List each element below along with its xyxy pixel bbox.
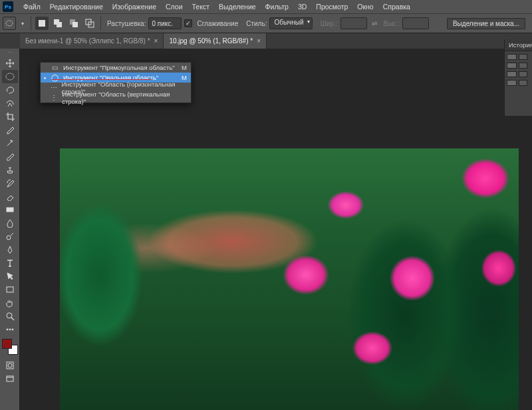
style-label: Стиль: [246,20,267,27]
edit-toolbar[interactable] [2,323,18,336]
rectangle-tool[interactable] [2,283,18,296]
flyout-item-single-column[interactable]: ⋮ Инструмент "Область (вертикальная стро… [41,93,191,102]
document-tab[interactable]: Без имени-1 @ 50% (Эллипс 1, RGB/8) * × [20,33,164,49]
svg-point-15 [12,329,13,330]
menu-layers[interactable]: Слои [161,1,188,12]
menu-select[interactable]: Выделение [214,1,261,12]
document-tab[interactable]: 10.jpg @ 50% (1, RGB/8#) * × [164,33,267,49]
close-icon[interactable]: × [154,37,158,45]
pen-tool[interactable] [2,243,18,256]
selection-mode-intersect-icon[interactable] [83,17,96,30]
feather-input[interactable] [148,17,182,29]
hand-tool[interactable] [2,296,18,309]
svg-rect-9 [7,208,13,212]
flyout-item-rectangular[interactable]: ▭ Инструмент "Прямоугольная область" M [41,63,191,73]
screen-mode-toggle[interactable] [2,372,18,385]
selection-mode-subtract-icon[interactable] [67,17,80,30]
width-label: Шир.: [321,20,338,27]
menu-filter[interactable]: Фильтр [261,1,293,12]
row-marquee-icon: ⋯ [49,84,58,91]
healing-brush-tool[interactable] [2,136,18,150]
column-marquee-icon: ⋮ [50,94,59,101]
document-canvas[interactable] [60,148,519,410]
svg-rect-3 [57,22,62,27]
selection-mode-add-icon[interactable] [51,17,65,30]
foreground-color-swatch[interactable] [2,339,12,349]
quick-select-tool[interactable] [2,97,18,110]
marquee-tool[interactable] [2,70,18,83]
menu-text[interactable]: Текст [188,1,214,12]
eraser-tool[interactable] [2,190,18,203]
divider [100,16,101,31]
link-wh-icon: ⇄ [370,20,379,27]
flyout-label: Инструмент "Область (вертикальная строка… [62,91,184,105]
eyedropper-tool[interactable] [2,123,18,136]
zoom-tool[interactable] [2,309,18,323]
menu-edit[interactable]: Редактирование [45,1,108,12]
history-panel[interactable]: История [504,39,532,116]
width-input [340,17,367,29]
svg-point-17 [8,363,12,367]
svg-rect-1 [39,20,45,27]
height-input [402,17,429,29]
annotation-underline [52,79,152,80]
svg-point-8 [6,73,14,80]
history-entry[interactable] [507,53,530,61]
history-entry[interactable] [507,71,530,78]
history-step-icon [519,80,527,86]
antialias-checkbox[interactable]: ✓ [184,19,192,27]
tool-preset-dropdown[interactable]: ▾ [19,17,27,30]
blur-tool[interactable] [2,216,18,230]
menu-view[interactable]: Просмотр [311,1,352,12]
history-entry[interactable] [507,62,530,69]
flyout-shortcut: M [182,64,187,71]
brush-tool[interactable] [2,150,18,163]
type-tool[interactable] [2,256,18,270]
history-panel-tab[interactable]: История [505,39,532,51]
document-tabs: Без имени-1 @ 50% (Эллипс 1, RGB/8) * × … [0,33,532,49]
selection-mode-new-icon[interactable] [35,17,49,30]
svg-rect-18 [7,376,13,381]
menu-image[interactable]: Изображение [108,1,161,12]
color-swatches[interactable] [2,339,18,355]
history-panel-body [505,51,532,89]
collapse-toggle[interactable]: ⋯ [1,50,19,57]
svg-rect-5 [72,22,78,27]
path-select-tool[interactable] [2,270,18,283]
clone-stamp-tool[interactable] [2,163,18,176]
current-dot: ● [43,76,47,80]
marquee-flyout-menu: ▭ Инструмент "Прямоугольная область" M ●… [40,62,192,103]
svg-point-0 [6,21,13,26]
close-icon[interactable]: × [257,37,261,45]
select-and-mask-button[interactable]: Выделение и маска... [447,18,525,29]
svg-point-13 [7,329,8,330]
menu-help[interactable]: Справка [378,1,415,12]
divider [31,16,31,31]
history-step-icon [519,63,527,69]
menu-file[interactable]: Файл [19,1,45,12]
rect-marquee-icon: ▭ [50,64,60,71]
tool-preset-ellipse[interactable] [3,17,16,30]
menu-3d[interactable]: 3D [293,1,311,12]
tab-label: Без имени-1 @ 50% (Эллипс 1, RGB/8) * [25,37,150,45]
svg-rect-11 [7,287,13,292]
crop-tool[interactable] [2,110,18,123]
style-select[interactable]: Обычный [269,17,312,29]
tab-label: 10.jpg @ 50% (1, RGB/8#) * [169,37,253,45]
canvas-area[interactable]: ▭ Инструмент "Прямоугольная область" M ●… [20,49,532,410]
history-entry[interactable] [507,79,530,87]
app-badge: Ps [3,1,13,12]
svg-point-12 [7,313,12,318]
history-step-icon [519,71,527,77]
dodge-tool[interactable] [2,230,18,243]
history-step-icon [519,54,527,60]
move-tool[interactable] [2,57,18,70]
lasso-tool[interactable] [2,83,18,97]
history-thumb [507,71,517,77]
gradient-tool[interactable] [2,203,18,216]
menu-window[interactable]: Окно [352,1,378,12]
history-thumb [507,54,517,60]
history-thumb [507,80,517,86]
history-brush-tool[interactable] [2,176,18,190]
quick-mask-toggle[interactable] [2,359,18,372]
